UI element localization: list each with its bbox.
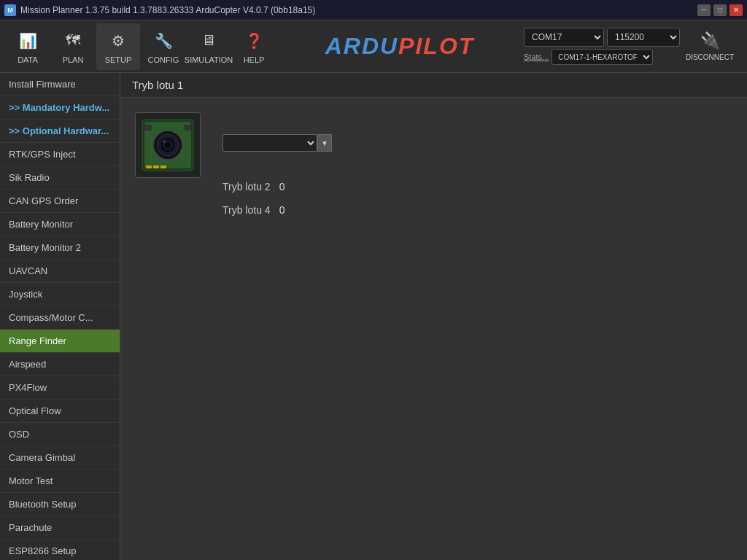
sidebar-item-compass-motor[interactable]: Compass/Motor C... xyxy=(0,306,120,330)
sidebar-item-install-firmware[interactable]: Install Firmware xyxy=(0,73,120,96)
controls-area: ▼ Tryb lotu 2 0 Tryb lotu 4 0 xyxy=(222,112,332,216)
sidebar-item-camera-gimbal[interactable]: Camera Gimbal xyxy=(0,446,120,470)
mode-param-2-label: Tryb lotu 4 xyxy=(222,204,271,216)
simulation-icon: 🖥 xyxy=(197,29,220,52)
profile-select[interactable]: COM17-1-HEXAROTOF xyxy=(551,49,653,65)
sensor-svg xyxy=(139,116,197,174)
toolbar-buttons: 📊 DATA 🗺 PLAN ⚙ SETUP 🔧 CONFIG 🖥 SIMULAT… xyxy=(6,23,276,70)
mode-param-2: Tryb lotu 4 0 xyxy=(222,204,332,216)
main-container: Install Firmware>> Mandatory Hardw...>> … xyxy=(0,73,747,560)
svg-rect-8 xyxy=(146,166,152,168)
sidebar-item-battery-monitor-2[interactable]: Battery Monitor 2 xyxy=(0,236,120,260)
sidebar-item-mandatory-hardware: >> Mandatory Hardw... xyxy=(0,96,120,120)
sidebar-item-px4flow[interactable]: PX4Flow xyxy=(0,376,120,400)
mode-param-1: Tryb lotu 2 0 xyxy=(222,181,332,192)
stats-link[interactable]: Stats... xyxy=(524,52,549,61)
data-button[interactable]: 📊 DATA xyxy=(6,23,50,70)
page-title: Tryb lotu 1 xyxy=(120,73,747,98)
help-label: HELP xyxy=(244,55,265,64)
sidebar-item-joystick[interactable]: Joystick xyxy=(0,283,120,306)
com-port-select[interactable]: COM17 xyxy=(524,28,604,47)
data-icon: 📊 xyxy=(16,29,39,52)
sidebar-item-motor-test[interactable]: Motor Test xyxy=(0,470,120,493)
sidebar-item-optional-hardware: >> Optional Hardwar... xyxy=(0,120,120,143)
simulation-label: SIMULATION xyxy=(185,55,233,64)
plan-label: PLAN xyxy=(63,55,84,64)
sidebar-item-range-finder[interactable]: Range Finder xyxy=(0,330,120,353)
mode-param-1-label: Tryb lotu 2 xyxy=(222,181,271,192)
dropdown-arrow-icon[interactable]: ▼ xyxy=(317,134,332,152)
disconnect-icon: 🔌 xyxy=(700,31,720,50)
simulation-button[interactable]: 🖥 SIMULATION xyxy=(187,23,231,70)
sidebar-item-can-gps[interactable]: CAN GPS Order xyxy=(0,190,120,213)
sidebar-item-airspeed[interactable]: Airspeed xyxy=(0,353,120,376)
content-area: Tryb lotu 1 xyxy=(120,73,747,560)
plan-icon: 🗺 xyxy=(61,29,85,52)
baud-rate-select[interactable]: 115200 xyxy=(607,28,680,47)
disconnect-button[interactable]: 🔌 DISCONNECT xyxy=(684,23,735,70)
setup-label: SETUP xyxy=(105,55,132,64)
close-button[interactable]: ✕ xyxy=(729,4,743,16)
type-dropdown-container: ▼ xyxy=(222,134,332,152)
logo-area: ARDUPILOT xyxy=(277,20,522,72)
svg-rect-12 xyxy=(144,125,152,131)
type-dropdown[interactable] xyxy=(222,134,317,152)
config-icon: 🔧 xyxy=(152,29,175,52)
minimize-button[interactable]: ─ xyxy=(697,4,711,16)
disconnect-label: DISCONNECT xyxy=(686,53,734,61)
app-icon: M xyxy=(4,4,16,16)
svg-point-6 xyxy=(166,143,170,147)
svg-rect-9 xyxy=(153,166,159,168)
window-title: Mission Planner 1.3.75 build 1.3.7883.26… xyxy=(20,5,315,15)
sensor-image xyxy=(135,112,201,178)
plan-button[interactable]: 🗺 PLAN xyxy=(51,23,95,70)
mode-params: Tryb lotu 2 0 Tryb lotu 4 0 xyxy=(222,181,332,216)
maximize-button[interactable]: □ xyxy=(713,4,727,16)
setup-button[interactable]: ⚙ SETUP xyxy=(96,23,140,70)
sidebar-item-uavcan[interactable]: UAVCAN xyxy=(0,260,120,283)
mode-param-1-value: 0 xyxy=(279,181,285,192)
setup-icon: ⚙ xyxy=(107,29,130,52)
config-label: CONFIG xyxy=(148,55,179,64)
sidebar-item-osd[interactable]: OSD xyxy=(0,423,120,446)
sidebar-item-esp8266-setup[interactable]: ESP8266 Setup xyxy=(0,540,120,560)
ardupilot-logo: ARDUPILOT xyxy=(325,33,475,60)
config-button[interactable]: 🔧 CONFIG xyxy=(142,23,185,70)
title-bar: M Mission Planner 1.3.75 build 1.3.7883.… xyxy=(0,0,747,20)
sidebar-item-optical-flow[interactable]: Optical Flow xyxy=(0,400,120,423)
sidebar-item-sik-radio[interactable]: Sik Radio xyxy=(0,166,120,190)
toolbar: 📊 DATA 🗺 PLAN ⚙ SETUP 🔧 CONFIG 🖥 SIMULAT… xyxy=(0,20,747,73)
data-label: DATA xyxy=(18,55,38,64)
svg-rect-11 xyxy=(184,125,191,131)
svg-rect-10 xyxy=(160,166,166,168)
help-icon: ❓ xyxy=(242,29,266,52)
sidebar-item-battery-monitor[interactable]: Battery Monitor xyxy=(0,213,120,236)
help-button[interactable]: ❓ HELP xyxy=(232,23,276,70)
window-controls: ─ □ ✕ xyxy=(697,4,743,16)
svg-point-7 xyxy=(163,140,166,143)
sidebar: Install Firmware>> Mandatory Hardw...>> … xyxy=(0,73,120,560)
connection-area: COM17 115200 Stats... COM17-1-HEXAROTOF … xyxy=(524,23,735,70)
sidebar-item-bluetooth-setup[interactable]: Bluetooth Setup xyxy=(0,493,120,516)
sidebar-item-rtk-gps[interactable]: RTK/GPS Inject xyxy=(0,143,120,166)
content-body: ▼ Tryb lotu 2 0 Tryb lotu 4 0 xyxy=(120,98,747,230)
mode-param-2-value: 0 xyxy=(279,204,285,216)
sidebar-item-parachute[interactable]: Parachute xyxy=(0,516,120,540)
